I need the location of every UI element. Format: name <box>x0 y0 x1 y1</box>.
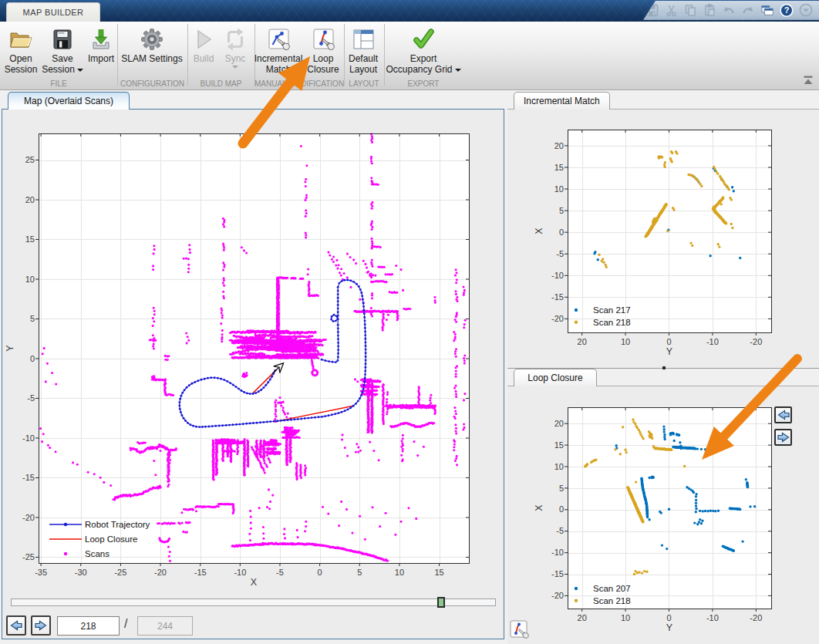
legend-swatch-marker <box>575 587 578 590</box>
next-loop-closure-button[interactable] <box>774 429 792 446</box>
x-tick-label: 20 <box>578 613 587 622</box>
cut-icon <box>664 3 678 17</box>
x-tick-label: 10 <box>621 613 630 622</box>
open-session-label: Open <box>0 53 44 64</box>
toolstrip: FILEOpenSessionSaveSessionImportCONFIGUR… <box>0 22 819 90</box>
incremental-match-plot: 20100-10-20-20-15-10-505101520YXScan 217… <box>507 110 817 368</box>
export-occupancy-grid-label: Export <box>383 53 464 64</box>
legend-swatch-marker <box>575 309 578 312</box>
legend-swatch-marker <box>64 523 67 526</box>
open-session-label: Session <box>0 64 44 75</box>
x-tick-label: -15 <box>194 568 207 577</box>
y-tick-label: -20 <box>551 591 564 600</box>
dropdown-caret-icon <box>232 66 238 69</box>
open-session-button[interactable]: OpenSession <box>0 24 44 75</box>
legend-label: Scan 218 <box>593 596 631 605</box>
y-axis-label: X <box>534 504 544 511</box>
default-layout-label: Layout <box>340 64 387 75</box>
slam-settings-button[interactable]: SLAM Settings <box>113 24 190 64</box>
y-tick-label: -20 <box>551 314 564 323</box>
help-icon[interactable]: ? <box>780 3 794 17</box>
x-tick-label: -5 <box>276 568 284 577</box>
svg-text:?: ? <box>784 5 790 15</box>
paste-icon <box>703 3 716 17</box>
map-builder-app: {"colors":{"accent_orange":"#EF8214","ma… <box>0 0 819 644</box>
legend-label: Robot Trajectory <box>85 520 150 529</box>
x-tick-label: 10 <box>621 337 630 346</box>
incremental-match-body: 20100-10-20-20-15-10-505101520YXScan 217… <box>507 109 819 368</box>
dropdown-caret-icon <box>455 69 461 72</box>
x-tick-label: -20 <box>154 568 167 577</box>
windows-icon[interactable] <box>760 3 774 17</box>
x-tick-label: -10 <box>234 568 246 577</box>
modify-loop-closure-icon[interactable] <box>510 620 530 640</box>
y-tick-label: 10 <box>25 275 35 284</box>
loop-closure-panel: Loop Closure 20100-10-20-20-15-10-505101… <box>507 369 819 644</box>
scan-slider[interactable] <box>11 598 496 606</box>
save-session-label: Save <box>39 53 86 64</box>
title-bar: MAP BUILDER ? <box>0 0 819 22</box>
save-session-button[interactable]: SaveSession <box>39 24 86 75</box>
x-axis-label: X <box>251 577 258 588</box>
toolstrip-group-label-file: FILE <box>0 79 117 89</box>
y-tick-label: 0 <box>559 504 564 514</box>
map-plot: -35-30-25-20-15-10-5051015-25-20-15-10-5… <box>2 110 504 597</box>
scan-navbar: / <box>2 612 504 639</box>
legend-label: Scan 218 <box>593 318 631 327</box>
incremental-match-tabrow: Incremental Match <box>507 92 819 110</box>
splitter-grip-dot <box>662 366 666 369</box>
legend-label: Loop Closure <box>85 534 137 544</box>
gear-icon <box>113 24 190 52</box>
save-icon <box>645 3 659 17</box>
legend-label: Scan 217 <box>593 305 631 315</box>
y-tick-label: -10 <box>551 548 564 557</box>
y-tick-label: 10 <box>554 184 564 194</box>
x-tick-label: -30 <box>75 568 87 577</box>
toolstrip-group-label-export: EXPORT <box>384 79 463 89</box>
collapse-ribbon-icon[interactable] <box>804 76 813 85</box>
save-session-label: Session <box>39 64 86 75</box>
quick-access-toolbar: ? <box>643 1 819 20</box>
toolstrip-group-label-layout: LAYOUT <box>344 79 384 89</box>
panel-splitter[interactable] <box>507 368 819 369</box>
dropdown-caret-icon <box>77 69 83 72</box>
save-session-icon <box>39 24 86 52</box>
map-panel-tabrow: Map (Overlaid Scans) <box>2 92 504 110</box>
slam-settings-label: SLAM Settings <box>113 53 190 64</box>
incremental-match-panel: Incremental Match 20100-10-20-20-15-10-5… <box>507 92 819 368</box>
total-scans-input <box>137 616 193 636</box>
next-scan-button[interactable] <box>31 615 51 636</box>
toolstrip-group-label-configuration: CONFIGURATION <box>117 79 187 89</box>
y-tick-label: -25 <box>22 552 35 561</box>
y-tick-label: 15 <box>554 163 564 172</box>
x-tick-label: -10 <box>706 337 719 346</box>
loop-closure-plot: 20100-10-20-20-15-10-505101520YXScan 207… <box>507 386 817 644</box>
map-panel: Map (Overlaid Scans) -35-30-25-20-15-10-… <box>2 92 504 639</box>
tab-incremental-match[interactable]: Incremental Match <box>514 92 610 110</box>
default-layout-button[interactable]: DefaultLayout <box>340 24 387 75</box>
dropdown-circle-icon[interactable] <box>799 3 813 17</box>
legend-label: Scans <box>85 549 110 558</box>
x-tick-label: 15 <box>434 568 443 577</box>
current-scan-input[interactable] <box>57 616 120 636</box>
tab-map-overlaid-scans[interactable]: Map (Overlaid Scans) <box>8 92 130 110</box>
legend-swatch-marker <box>575 599 578 602</box>
export-occupancy-grid-button[interactable]: ExportOccupancy Grid <box>383 24 464 75</box>
previous-loop-closure-button[interactable] <box>774 406 792 423</box>
copy-icon <box>683 3 697 17</box>
y-tick-label: 10 <box>554 462 564 471</box>
scan-slider-thumb[interactable] <box>437 597 445 608</box>
x-tick-label: 0 <box>666 337 671 346</box>
previous-scan-button[interactable] <box>6 615 26 636</box>
tab-loop-closure[interactable]: Loop Closure <box>514 369 597 386</box>
export-check-icon <box>383 24 464 52</box>
map-panel-body: -35-30-25-20-15-10-5051015-25-20-15-10-5… <box>2 109 504 639</box>
default-layout-icon <box>340 24 387 52</box>
y-tick-label: -20 <box>22 513 35 522</box>
toolstrip-tab-map-builder[interactable]: MAP BUILDER <box>6 2 100 22</box>
x-tick-label: 0 <box>318 568 322 577</box>
y-tick-label: 0 <box>559 228 564 237</box>
default-layout-label: Default <box>340 53 387 64</box>
x-tick-label: 5 <box>357 568 362 577</box>
x-tick-label: -10 <box>706 613 719 622</box>
